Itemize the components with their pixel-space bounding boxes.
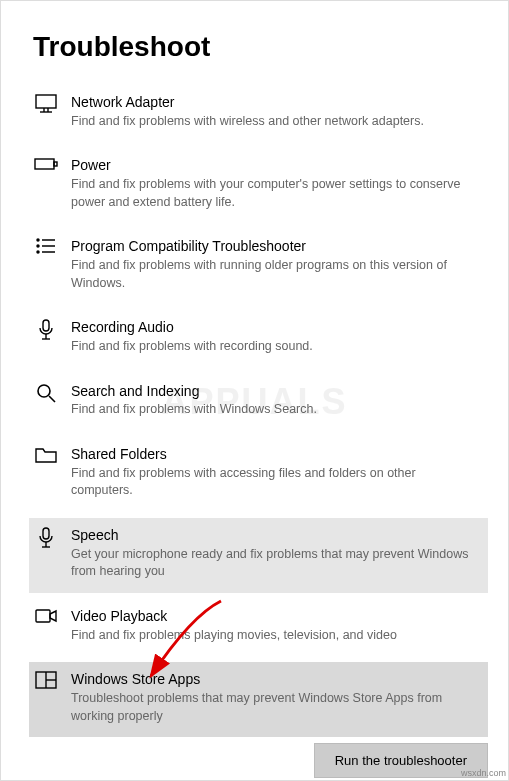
item-desc: Find and fix problems with wireless and … <box>71 113 478 131</box>
item-desc: Find and fix problems with accessing fil… <box>71 465 478 500</box>
item-desc: Get your microphone ready and fix proble… <box>71 546 478 581</box>
item-title: Shared Folders <box>71 445 478 464</box>
item-title: Windows Store Apps <box>71 670 478 689</box>
svg-line-16 <box>49 396 55 402</box>
item-program-compatibility[interactable]: Program Compatibility Troubleshooter Fin… <box>29 229 488 304</box>
item-network-adapter[interactable]: Network Adapter Find and fix problems wi… <box>29 85 488 142</box>
video-icon <box>33 608 59 624</box>
list-icon <box>33 238 59 254</box>
microphone-icon <box>33 319 59 341</box>
svg-rect-5 <box>54 162 57 166</box>
monitor-icon <box>33 94 59 114</box>
item-desc: Find and fix problems playing movies, te… <box>71 627 478 645</box>
item-power[interactable]: Power Find and fix problems with your co… <box>29 148 488 223</box>
svg-point-6 <box>37 239 39 241</box>
item-title: Speech <box>71 526 478 545</box>
svg-point-8 <box>37 245 39 247</box>
item-recording-audio[interactable]: Recording Audio Find and fix problems wi… <box>29 310 488 367</box>
microphone-icon <box>33 527 59 549</box>
item-shared-folders[interactable]: Shared Folders Find and fix problems wit… <box>29 437 488 512</box>
item-video-playback[interactable]: Video Playback Find and fix problems pla… <box>29 599 488 656</box>
item-search-indexing[interactable]: Search and Indexing Find and fix problem… <box>29 374 488 431</box>
folder-icon <box>33 446 59 464</box>
item-title: Network Adapter <box>71 93 478 112</box>
svg-point-15 <box>38 385 50 397</box>
item-title: Program Compatibility Troubleshooter <box>71 237 478 256</box>
item-title: Power <box>71 156 478 175</box>
page-title: Troubleshoot <box>33 31 478 63</box>
svg-rect-20 <box>36 610 50 622</box>
svg-rect-12 <box>43 320 49 331</box>
item-desc: Find and fix problems with recording sou… <box>71 338 478 356</box>
item-windows-store-apps[interactable]: Windows Store Apps Troubleshoot problems… <box>29 662 488 737</box>
svg-point-10 <box>37 251 39 253</box>
apps-icon <box>33 671 59 689</box>
battery-icon <box>33 157 59 171</box>
item-title: Video Playback <box>71 607 478 626</box>
search-icon <box>33 383 59 403</box>
svg-rect-4 <box>35 159 54 169</box>
credit-text: wsxdn.com <box>461 768 506 778</box>
item-desc: Find and fix problems with your computer… <box>71 176 478 211</box>
troubleshoot-panel: Troubleshoot Network Adapter Find and fi… <box>1 1 508 781</box>
svg-rect-17 <box>43 528 49 539</box>
item-desc: Find and fix problems with running older… <box>71 257 478 292</box>
svg-rect-0 <box>36 95 56 108</box>
item-title: Search and Indexing <box>71 382 478 401</box>
item-title: Recording Audio <box>71 318 478 337</box>
item-speech[interactable]: Speech Get your microphone ready and fix… <box>29 518 488 593</box>
item-desc: Troubleshoot problems that may prevent W… <box>71 690 478 725</box>
item-desc: Find and fix problems with Windows Searc… <box>71 401 478 419</box>
